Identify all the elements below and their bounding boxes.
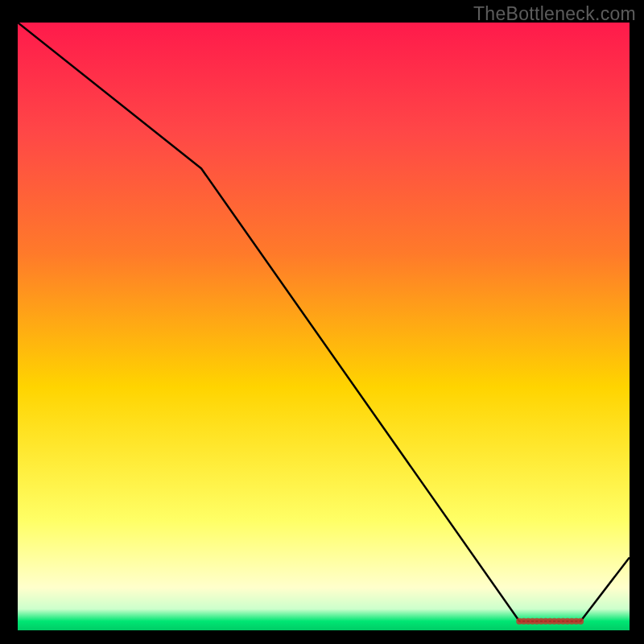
gradient-background bbox=[18, 23, 630, 630]
watermark-text: TheBottleneck.com bbox=[473, 3, 636, 25]
chart-svg bbox=[18, 23, 630, 630]
svg-point-14 bbox=[577, 618, 584, 625]
optimal-marker-band bbox=[516, 618, 584, 625]
chart-frame: TheBottleneck.com bbox=[0, 0, 644, 644]
plot-area bbox=[18, 23, 630, 630]
